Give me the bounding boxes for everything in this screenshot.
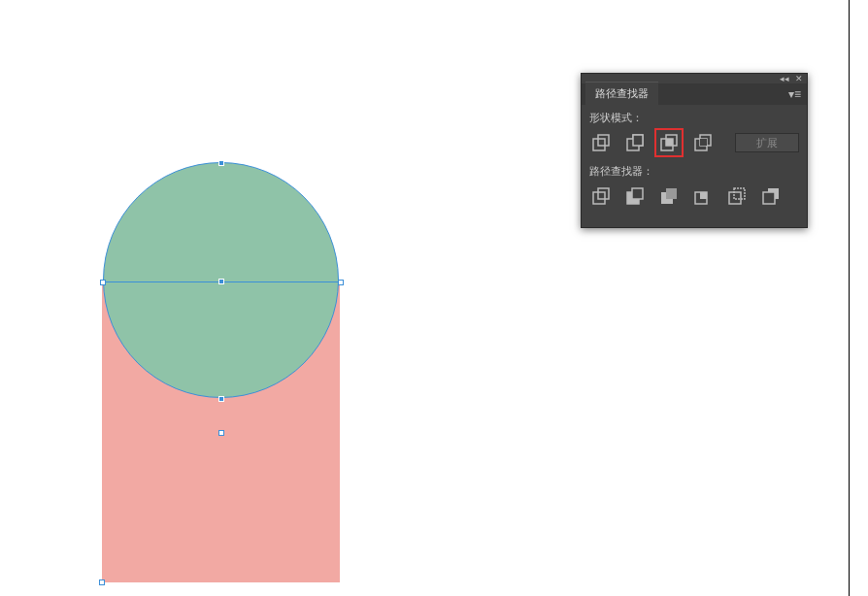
svg-rect-14 bbox=[666, 188, 677, 199]
expand-button[interactable]: 扩展 bbox=[735, 133, 799, 152]
pathfinders-row bbox=[589, 184, 799, 208]
tab-pathfinder[interactable]: 路径查找器 bbox=[585, 82, 658, 105]
exclude-button[interactable] bbox=[691, 131, 715, 154]
svg-rect-0 bbox=[593, 139, 605, 150]
panel-menu-icon[interactable]: ▾≡ bbox=[788, 87, 801, 101]
anchor-center[interactable] bbox=[218, 279, 224, 284]
panel-tabs: 路径查找器 ▾≡ bbox=[582, 83, 807, 105]
divide-button[interactable] bbox=[589, 184, 613, 208]
svg-rect-17 bbox=[729, 192, 741, 204]
svg-rect-8 bbox=[700, 139, 707, 146]
anchor-rect-bl[interactable] bbox=[99, 579, 105, 585]
outline-button[interactable] bbox=[725, 184, 749, 208]
anchor-left[interactable] bbox=[100, 280, 106, 285]
minus-back-button[interactable] bbox=[759, 184, 783, 208]
trim-button[interactable] bbox=[623, 184, 647, 208]
svg-rect-9 bbox=[593, 192, 605, 204]
svg-rect-1 bbox=[598, 135, 609, 146]
svg-rect-12 bbox=[632, 188, 643, 199]
anchor-bottom[interactable] bbox=[218, 396, 224, 402]
pathfinder-panel: ◂◂ ✕ 路径查找器 ▾≡ 形状模式： 扩展 路径查找器： bbox=[581, 73, 808, 228]
anchor-right[interactable] bbox=[338, 280, 344, 285]
crop-button[interactable] bbox=[691, 184, 715, 208]
svg-rect-2 bbox=[633, 135, 643, 146]
anchor-rect-center[interactable] bbox=[218, 430, 224, 436]
svg-rect-10 bbox=[598, 188, 609, 199]
close-icon[interactable]: ✕ bbox=[795, 74, 803, 83]
svg-rect-16 bbox=[700, 192, 707, 199]
anchor-top[interactable] bbox=[218, 160, 224, 166]
svg-rect-20 bbox=[763, 192, 775, 204]
shape-modes-label: 形状模式： bbox=[589, 111, 799, 125]
unite-button[interactable] bbox=[589, 131, 613, 154]
merge-button[interactable] bbox=[657, 184, 681, 208]
shape-modes-row: 扩展 bbox=[589, 131, 799, 154]
collapse-icon[interactable]: ◂◂ bbox=[780, 74, 789, 83]
pathfinders-label: 路径查找器： bbox=[589, 164, 799, 179]
panel-body: 形状模式： 扩展 路径查找器： bbox=[582, 105, 807, 227]
svg-rect-5 bbox=[666, 139, 673, 146]
right-margin bbox=[850, 0, 868, 596]
intersect-button[interactable] bbox=[657, 131, 681, 154]
minus-front-button[interactable] bbox=[623, 131, 647, 154]
svg-rect-18 bbox=[734, 188, 745, 199]
